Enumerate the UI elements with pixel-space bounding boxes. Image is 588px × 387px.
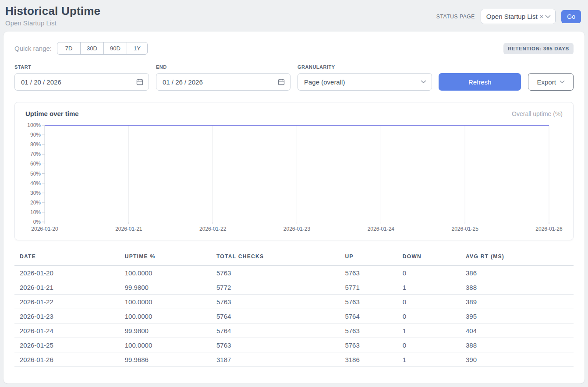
page-subtitle: Open Startup List [5, 19, 100, 27]
table-cell: 0 [399, 309, 462, 324]
status-page-select[interactable]: Open Startup List × [481, 9, 556, 24]
start-date-value: 01 / 20 / 2026 [21, 78, 61, 86]
chevron-down-icon [545, 15, 551, 18]
table-cell: 2026-01-20 [14, 266, 121, 280]
table-cell: 5763 [341, 338, 399, 352]
end-date-value: 01 / 26 / 2026 [163, 78, 203, 86]
chevron-down-icon [421, 80, 426, 84]
col-header: DOWN [399, 251, 462, 266]
table-cell: 99.9686 [121, 352, 213, 367]
filters-row: START 01 / 20 / 2026 END 01 / 26 / 2026 … [14, 64, 574, 91]
col-header: TOTAL CHECKS [213, 251, 341, 266]
table-row: 2026-01-22100.0000576357630389 [14, 295, 574, 309]
table-cell: 5771 [341, 280, 399, 295]
x-axis-label: 2026-01-21 [115, 226, 142, 232]
quick-range-30d-button[interactable]: 30D [80, 42, 104, 55]
x-axis-label: 2026-01-25 [451, 226, 478, 232]
start-field: START 01 / 20 / 2026 [14, 64, 149, 91]
x-axis-label: 2026-01-23 [283, 226, 311, 232]
y-axis-label: 70% [30, 151, 41, 157]
y-axis-label: 10% [30, 209, 41, 215]
topbar: Historical Uptime Open Startup List STAT… [0, 0, 588, 28]
quick-range-7d-button[interactable]: 7D [57, 42, 81, 55]
end-date-input[interactable]: 01 / 26 / 2026 [156, 73, 290, 91]
start-label: START [14, 64, 149, 70]
table-cell: 1 [399, 352, 462, 367]
col-header: AVG RT (MS) [462, 251, 574, 266]
table-row: 2026-01-20100.0000576357630386 [14, 266, 574, 280]
table-cell: 2026-01-25 [14, 338, 121, 352]
clear-icon[interactable]: × [540, 13, 544, 20]
table-cell: 5763 [213, 266, 341, 280]
go-button[interactable]: Go [561, 10, 581, 23]
uptime-table: DATEUPTIME %TOTAL CHECKSUPDOWNAVG RT (MS… [14, 251, 574, 367]
end-label: END [156, 64, 290, 70]
calendar-icon[interactable] [136, 78, 143, 85]
table-cell: 386 [462, 266, 574, 280]
uptime-line-chart: 2026-01-202026-01-212026-01-222026-01-23… [25, 123, 563, 233]
granularity-select[interactable]: Page (overall) [298, 73, 432, 91]
table-cell: 0 [399, 266, 462, 280]
granularity-label: GRANULARITY [298, 64, 432, 70]
granularity-field: GRANULARITY Page (overall) [298, 64, 432, 91]
quick-range-label: Quick range: [14, 45, 52, 52]
export-label: Export [537, 78, 556, 86]
table-cell: 5763 [213, 295, 341, 309]
calendar-icon[interactable] [278, 78, 285, 85]
x-axis-label: 2026-01-26 [535, 226, 563, 232]
y-axis-label: 80% [30, 141, 41, 148]
table-cell: 2026-01-24 [14, 324, 121, 338]
x-axis-label: 2026-01-20 [31, 226, 58, 232]
y-axis-label: 100% [27, 123, 41, 128]
refresh-button[interactable]: Refresh [439, 73, 521, 91]
export-button[interactable]: Export [528, 73, 574, 91]
y-axis-label: 30% [30, 190, 41, 196]
chevron-down-icon [560, 80, 565, 84]
y-axis-label: 0% [33, 219, 41, 225]
table-cell: 1 [399, 324, 462, 338]
table-cell: 395 [462, 309, 574, 324]
status-page-label: STATUS PAGE [436, 14, 475, 20]
quick-range-1y-button[interactable]: 1Y [127, 42, 148, 55]
end-field: END 01 / 26 / 2026 [156, 64, 290, 91]
table-cell: 5763 [213, 338, 341, 352]
topbar-right: STATUS PAGE Open Startup List × Go [436, 9, 581, 24]
table-cell: 2026-01-26 [14, 352, 121, 367]
chart-title: Uptime over time [25, 110, 79, 117]
table-cell: 100.0000 [121, 338, 213, 352]
table-cell: 5763 [341, 295, 399, 309]
start-date-input[interactable]: 01 / 20 / 2026 [14, 73, 149, 91]
table-cell: 5764 [213, 324, 341, 338]
table-cell: 2026-01-21 [14, 280, 121, 295]
table-cell: 389 [462, 295, 574, 309]
table-cell: 5772 [213, 280, 341, 295]
table-cell: 100.0000 [121, 309, 213, 324]
quick-range-90d-button[interactable]: 90D [103, 42, 127, 55]
quick-range-group: 7D30D90D1Y [57, 42, 148, 55]
table-cell: 3186 [341, 352, 399, 367]
y-axis-label: 50% [30, 171, 41, 177]
table-row: 2026-01-23100.0000576457640395 [14, 309, 574, 324]
table-cell: 99.9800 [121, 280, 213, 295]
table-cell: 404 [462, 324, 574, 338]
table-cell: 1 [399, 280, 462, 295]
table-cell: 0 [399, 338, 462, 352]
y-axis-label: 60% [30, 161, 41, 167]
title-block: Historical Uptime Open Startup List [5, 4, 100, 27]
table-cell: 390 [462, 352, 574, 367]
col-header: DATE [14, 251, 121, 266]
table-cell: 388 [462, 338, 574, 352]
retention-badge: RETENTION: 365 DAYS [503, 43, 574, 54]
table-row: 2026-01-2199.9800577257711388 [14, 280, 574, 295]
quick-range-row: Quick range: 7D30D90D1Y RETENTION: 365 D… [14, 42, 574, 55]
table-cell: 100.0000 [121, 295, 213, 309]
y-axis-label: 20% [30, 200, 41, 206]
table-row: 2026-01-25100.0000576357630388 [14, 338, 574, 352]
uptime-chart-card: Uptime over time Overall uptime (%) 2026… [14, 102, 574, 240]
table-cell: 5763 [341, 324, 399, 338]
table-cell: 100.0000 [121, 266, 213, 280]
x-axis-label: 2026-01-22 [199, 226, 227, 232]
chart-header: Uptime over time Overall uptime (%) [25, 110, 563, 117]
col-header: UPTIME % [121, 251, 213, 266]
table-cell: 5764 [213, 309, 341, 324]
